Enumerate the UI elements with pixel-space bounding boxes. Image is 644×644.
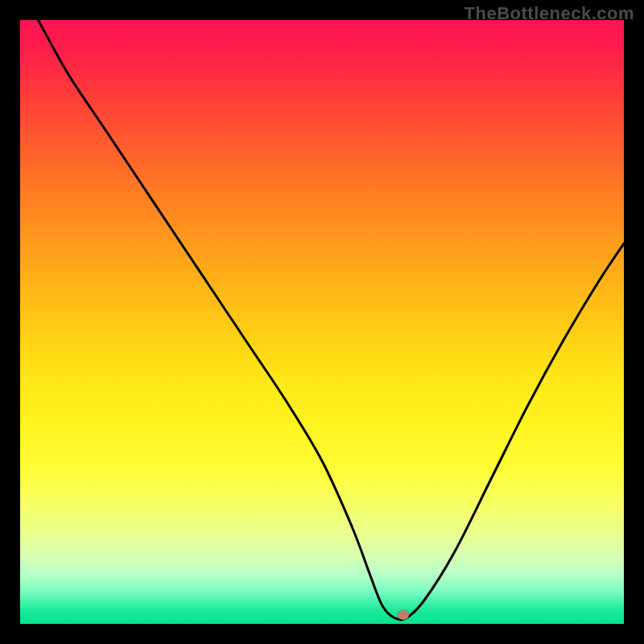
chart-frame: TheBottleneck.com [0,0,644,644]
watermark-text: TheBottleneck.com [464,3,634,24]
min-marker [398,610,409,620]
plot-area [20,20,624,624]
bottleneck-curve [20,20,624,624]
